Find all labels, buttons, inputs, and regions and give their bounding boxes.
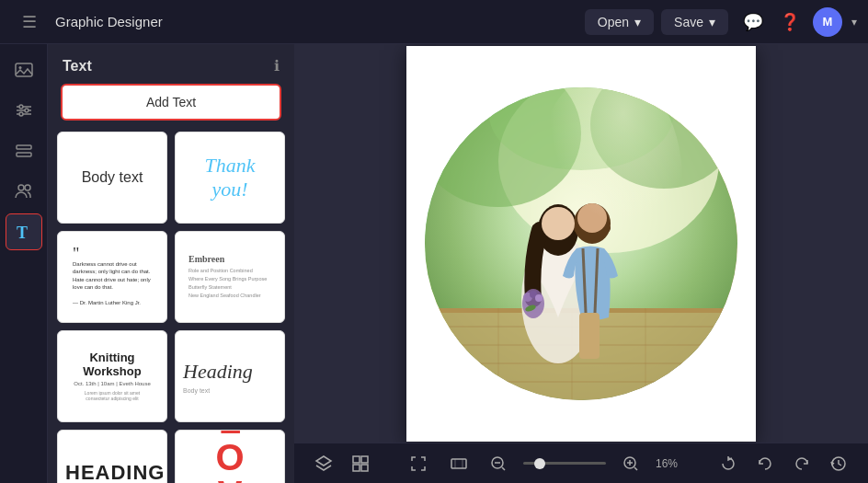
canvas-page[interactable] — [406, 46, 756, 442]
history-button[interactable] — [824, 451, 853, 477]
svg-rect-44 — [353, 456, 360, 463]
svg-point-11 — [25, 185, 30, 190]
svg-text:T: T — [17, 224, 28, 242]
topbar-left: ☰ Graphic Designer — [11, 4, 574, 40]
rotate-button[interactable] — [714, 451, 743, 477]
zoom-percent-label: 16% — [656, 457, 685, 470]
svg-marker-43 — [316, 456, 331, 466]
template-heading-bold-content: HEADING Body text — [58, 454, 166, 484]
avatar-chevron-icon[interactable]: ▾ — [851, 16, 857, 29]
svg-point-33 — [535, 294, 542, 302]
svg-point-7 — [19, 112, 23, 116]
open-button[interactable]: Open ▾ — [585, 9, 654, 35]
svg-rect-9 — [17, 153, 31, 156]
zoom-slider[interactable] — [523, 462, 606, 465]
template-card-quote[interactable]: " Darkness cannot drive out darkness; on… — [57, 231, 167, 323]
template-embreen-content: Embreen Role and Position Combined Where… — [183, 248, 277, 305]
sidebar-item-layers[interactable] — [6, 132, 42, 169]
svg-rect-47 — [361, 465, 368, 471]
bottom-left — [309, 451, 375, 477]
topbar-right: 💬 ❓ M ▾ — [739, 7, 857, 37]
sidebar-item-images[interactable] — [6, 52, 42, 88]
topbar: ☰ Graphic Designer Open ▾ Save ▾ 💬 ❓ M ▾ — [0, 0, 868, 44]
resize-button[interactable] — [444, 451, 474, 477]
chat-icon-button[interactable]: 💬 — [739, 8, 767, 36]
app-title: Graphic Designer — [55, 14, 163, 29]
template-card-embreen[interactable]: Embreen Role and Position Combined Where… — [175, 231, 285, 323]
template-card-body-text[interactable]: Body text — [57, 132, 167, 224]
svg-point-10 — [18, 185, 24, 190]
panel-header: Text ℹ — [48, 44, 294, 84]
sidebar-item-people[interactable] — [6, 173, 42, 210]
template-thank-you-label: Thankyou! — [205, 154, 256, 202]
icon-sidebar: T — [0, 44, 48, 483]
bottom-bar: 16% — [294, 443, 868, 483]
template-heading-content: Heading Body text — [176, 352, 284, 401]
template-card-heading[interactable]: Heading Body text — [175, 330, 285, 422]
main-area: T Text ℹ Add Text Body text Thankyou! " … — [0, 44, 868, 483]
bottom-center: 16% — [404, 451, 685, 477]
svg-point-6 — [25, 109, 29, 112]
avatar[interactable]: M — [813, 7, 842, 37]
svg-line-57 — [634, 467, 637, 470]
svg-point-5 — [19, 105, 23, 109]
hamburger-button[interactable]: ☰ — [11, 4, 48, 40]
zoom-in-button[interactable] — [617, 452, 645, 476]
svg-point-1 — [18, 66, 21, 69]
undo-button[interactable] — [750, 451, 780, 477]
layers-toggle-button[interactable] — [309, 451, 338, 477]
svg-rect-39 — [579, 313, 600, 359]
template-body-text-label: Body text — [82, 169, 143, 186]
templates-grid: Body text Thankyou! " Darkness cannot dr… — [48, 132, 294, 483]
svg-line-53 — [502, 467, 505, 470]
template-card-knitting[interactable]: KnittingWorkshop Oct. 13th | 10am | Evet… — [57, 330, 167, 422]
svg-rect-45 — [361, 456, 368, 463]
bottom-right — [714, 451, 853, 477]
template-quote-content: " Darkness cannot drive out darkness; on… — [65, 240, 159, 315]
zoom-out-button[interactable] — [485, 452, 512, 476]
save-button[interactable]: Save ▾ — [661, 9, 728, 35]
info-icon[interactable]: ℹ — [274, 57, 280, 75]
sidebar-item-filters[interactable] — [6, 92, 42, 129]
redo-button[interactable] — [787, 451, 817, 477]
canvas-container[interactable] — [294, 44, 868, 443]
template-card-heading-bold[interactable]: HEADING Body text — [57, 430, 167, 483]
svg-rect-8 — [17, 145, 31, 149]
template-card-thank-you[interactable]: Thankyou! — [175, 132, 285, 224]
topbar-center: Open ▾ Save ▾ — [585, 9, 728, 35]
help-icon-button[interactable]: ❓ — [776, 8, 804, 36]
sidebar-item-text[interactable]: T — [6, 213, 42, 250]
template-card-love[interactable]: LOVE — [175, 430, 285, 483]
svg-rect-46 — [353, 465, 360, 471]
panel-title: Text — [63, 58, 92, 75]
canvas-area: 16% — [294, 44, 868, 483]
template-love-label: LOVE — [215, 430, 244, 483]
couple-image — [425, 87, 737, 400]
template-knitting-content: KnittingWorkshop Oct. 13th | 10am | Evet… — [66, 344, 158, 408]
add-text-button[interactable]: Add Text — [61, 84, 281, 121]
svg-rect-48 — [451, 459, 466, 468]
text-panel: Text ℹ Add Text Body text Thankyou! " Da… — [48, 44, 294, 483]
grid-toggle-button[interactable] — [346, 451, 375, 477]
fit-screen-button[interactable] — [404, 451, 433, 477]
